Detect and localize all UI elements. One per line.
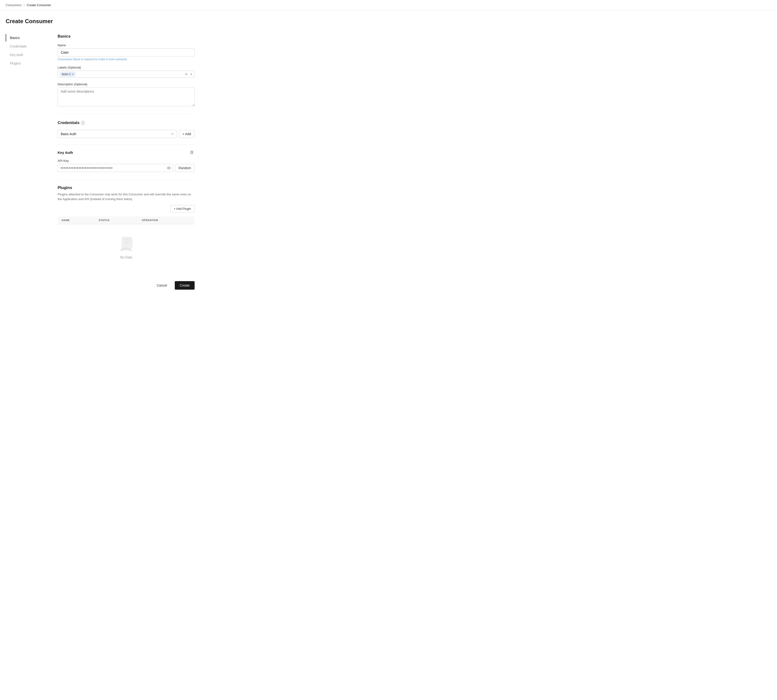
toggle-visibility-button[interactable] <box>167 166 171 170</box>
plugins-table: NAME STATUS OPERATION <box>58 216 195 269</box>
plugins-no-data-cell: No Data <box>58 224 195 269</box>
trash-icon <box>190 150 194 154</box>
api-key-container: Random <box>58 164 195 172</box>
credentials-divider <box>58 113 195 114</box>
plugins-col-operation: OPERATION <box>138 217 195 224</box>
name-input[interactable] <box>58 48 195 57</box>
name-label: Name <box>58 43 195 47</box>
api-key-input-wrapper <box>58 164 173 172</box>
plugins-table-header: NAME STATUS OPERATION <box>58 217 195 224</box>
content-layout: Basics Credentials Key Auth Plugins Basi… <box>6 34 278 290</box>
plugins-description: Plugins attached to the Consumer only wo… <box>58 192 195 201</box>
add-credential-button[interactable]: + Add <box>179 130 195 138</box>
no-data-text: No Data <box>120 255 132 259</box>
tags-clear-button[interactable]: ✕ <box>185 72 188 77</box>
cancel-button[interactable]: Cancel <box>151 281 172 290</box>
tag-text: team-1 <box>62 73 71 76</box>
svg-point-0 <box>168 167 169 168</box>
sidebar: Basics Credentials Key Auth Plugins <box>6 34 43 290</box>
description-textarea[interactable] <box>58 87 195 106</box>
api-key-label: API Key <box>58 159 195 163</box>
breadcrumb: Consumers > Create Consumer <box>0 0 777 10</box>
labels-label: Labels (Optional) <box>58 66 195 69</box>
api-key-input[interactable] <box>58 164 173 172</box>
plugins-no-data-row: No Data <box>58 224 195 269</box>
form-actions: Cancel Create <box>58 277 195 290</box>
add-plugin-button[interactable]: + Add Plugin <box>170 205 195 212</box>
no-data-container: No Data <box>58 224 195 268</box>
credentials-title: Credentials <box>58 120 80 125</box>
sidebar-item-plugins[interactable]: Plugins <box>6 60 43 67</box>
labels-field-group: Labels (Optional) team-1 ✕ ✕ ▾ <box>58 66 195 78</box>
create-button[interactable]: Create <box>175 281 195 290</box>
credential-selector: Basic Auth Key Auth + Add <box>58 130 195 138</box>
key-auth-title: Key Auth <box>58 150 73 155</box>
no-data-illustration <box>116 233 136 253</box>
page-container: Create Consumer Basics Credentials Key A… <box>0 10 283 297</box>
key-auth-header: Key Auth <box>58 150 195 155</box>
labels-input-container[interactable]: team-1 ✕ ✕ ▾ <box>58 71 195 78</box>
name-hint: Consumers Name is required to make it mo… <box>58 58 195 61</box>
tags-input-actions: ✕ ▾ <box>185 72 193 77</box>
plugins-section: Plugins Plugins attached to the Consumer… <box>58 180 195 269</box>
breadcrumb-separator: > <box>23 3 25 7</box>
tag-remove-button[interactable]: ✕ <box>72 73 74 76</box>
description-field-group: Description (Optional) <box>58 82 195 107</box>
sidebar-item-credentials[interactable]: Credentials <box>6 43 43 50</box>
eye-icon <box>167 166 171 170</box>
random-button[interactable]: Random <box>175 164 195 172</box>
basics-section-title: Basics <box>58 34 195 39</box>
plugins-col-status: STATUS <box>95 217 138 224</box>
breadcrumb-consumers-link[interactable]: Consumers <box>6 3 21 7</box>
key-auth-section: Key Auth API Key <box>58 145 195 172</box>
plugins-table-header-row: NAME STATUS OPERATION <box>58 217 195 224</box>
credentials-header: Credentials ℹ <box>58 120 195 125</box>
plugins-col-name: NAME <box>58 217 95 224</box>
plugins-table-body: No Data <box>58 224 195 269</box>
page-title: Create Consumer <box>6 18 278 25</box>
label-tag: team-1 ✕ <box>60 72 76 77</box>
plugins-title: Plugins <box>58 185 195 190</box>
credential-type-select[interactable]: Basic Auth Key Auth <box>58 130 176 138</box>
key-auth-delete-button[interactable] <box>189 150 195 155</box>
breadcrumb-current: Create Consumer <box>27 3 51 7</box>
main-content: Basics Name Consumers Name is required t… <box>58 34 195 290</box>
sidebar-item-key-auth[interactable]: Key Auth <box>6 51 43 58</box>
info-icon[interactable]: ℹ <box>81 121 85 125</box>
description-label: Description (Optional) <box>58 82 195 86</box>
sidebar-item-basics[interactable]: Basics <box>6 34 43 42</box>
api-key-field-group: API Key Random <box>58 159 195 172</box>
name-field-group: Name Consumers Name is required to make … <box>58 43 195 61</box>
tags-dropdown-button[interactable]: ▾ <box>190 72 193 76</box>
